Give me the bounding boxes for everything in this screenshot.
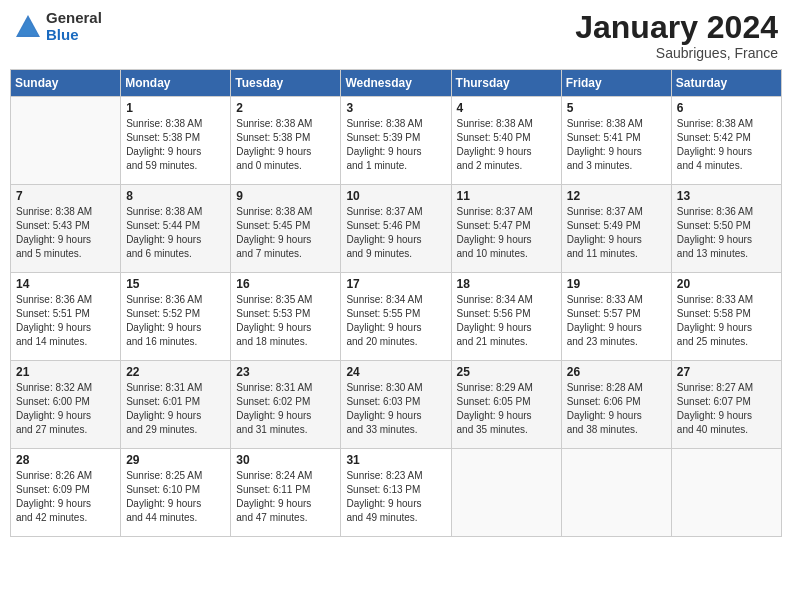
day-header-saturday: Saturday xyxy=(671,70,781,97)
calendar-cell: 5Sunrise: 8:38 AM Sunset: 5:41 PM Daylig… xyxy=(561,97,671,185)
calendar-cell: 6Sunrise: 8:38 AM Sunset: 5:42 PM Daylig… xyxy=(671,97,781,185)
calendar-cell: 25Sunrise: 8:29 AM Sunset: 6:05 PM Dayli… xyxy=(451,361,561,449)
week-row-5: 28Sunrise: 8:26 AM Sunset: 6:09 PM Dayli… xyxy=(11,449,782,537)
day-info: Sunrise: 8:23 AM Sunset: 6:13 PM Dayligh… xyxy=(346,469,445,525)
day-number: 22 xyxy=(126,365,225,379)
calendar-cell: 17Sunrise: 8:34 AM Sunset: 5:55 PM Dayli… xyxy=(341,273,451,361)
day-headers-row: SundayMondayTuesdayWednesdayThursdayFrid… xyxy=(11,70,782,97)
day-info: Sunrise: 8:37 AM Sunset: 5:46 PM Dayligh… xyxy=(346,205,445,261)
logo-icon xyxy=(14,13,42,41)
calendar-cell: 12Sunrise: 8:37 AM Sunset: 5:49 PM Dayli… xyxy=(561,185,671,273)
day-info: Sunrise: 8:30 AM Sunset: 6:03 PM Dayligh… xyxy=(346,381,445,437)
day-number: 25 xyxy=(457,365,556,379)
week-row-3: 14Sunrise: 8:36 AM Sunset: 5:51 PM Dayli… xyxy=(11,273,782,361)
calendar-cell: 9Sunrise: 8:38 AM Sunset: 5:45 PM Daylig… xyxy=(231,185,341,273)
day-info: Sunrise: 8:28 AM Sunset: 6:06 PM Dayligh… xyxy=(567,381,666,437)
calendar-cell: 8Sunrise: 8:38 AM Sunset: 5:44 PM Daylig… xyxy=(121,185,231,273)
day-info: Sunrise: 8:24 AM Sunset: 6:11 PM Dayligh… xyxy=(236,469,335,525)
day-info: Sunrise: 8:38 AM Sunset: 5:45 PM Dayligh… xyxy=(236,205,335,261)
day-info: Sunrise: 8:38 AM Sunset: 5:44 PM Dayligh… xyxy=(126,205,225,261)
week-row-2: 7Sunrise: 8:38 AM Sunset: 5:43 PM Daylig… xyxy=(11,185,782,273)
calendar-cell: 28Sunrise: 8:26 AM Sunset: 6:09 PM Dayli… xyxy=(11,449,121,537)
day-number: 13 xyxy=(677,189,776,203)
day-info: Sunrise: 8:32 AM Sunset: 6:00 PM Dayligh… xyxy=(16,381,115,437)
day-info: Sunrise: 8:38 AM Sunset: 5:42 PM Dayligh… xyxy=(677,117,776,173)
day-number: 7 xyxy=(16,189,115,203)
calendar-cell: 20Sunrise: 8:33 AM Sunset: 5:58 PM Dayli… xyxy=(671,273,781,361)
calendar-cell: 16Sunrise: 8:35 AM Sunset: 5:53 PM Dayli… xyxy=(231,273,341,361)
day-header-tuesday: Tuesday xyxy=(231,70,341,97)
day-number: 6 xyxy=(677,101,776,115)
day-info: Sunrise: 8:38 AM Sunset: 5:39 PM Dayligh… xyxy=(346,117,445,173)
title-area: January 2024 Saubrigues, France xyxy=(575,10,778,61)
day-info: Sunrise: 8:38 AM Sunset: 5:38 PM Dayligh… xyxy=(126,117,225,173)
day-number: 29 xyxy=(126,453,225,467)
calendar-cell: 1Sunrise: 8:38 AM Sunset: 5:38 PM Daylig… xyxy=(121,97,231,185)
day-number: 2 xyxy=(236,101,335,115)
day-number: 23 xyxy=(236,365,335,379)
day-info: Sunrise: 8:33 AM Sunset: 5:57 PM Dayligh… xyxy=(567,293,666,349)
day-info: Sunrise: 8:25 AM Sunset: 6:10 PM Dayligh… xyxy=(126,469,225,525)
day-info: Sunrise: 8:36 AM Sunset: 5:51 PM Dayligh… xyxy=(16,293,115,349)
calendar-cell: 13Sunrise: 8:36 AM Sunset: 5:50 PM Dayli… xyxy=(671,185,781,273)
calendar-cell: 27Sunrise: 8:27 AM Sunset: 6:07 PM Dayli… xyxy=(671,361,781,449)
calendar-cell: 7Sunrise: 8:38 AM Sunset: 5:43 PM Daylig… xyxy=(11,185,121,273)
day-info: Sunrise: 8:36 AM Sunset: 5:52 PM Dayligh… xyxy=(126,293,225,349)
day-number: 15 xyxy=(126,277,225,291)
day-info: Sunrise: 8:31 AM Sunset: 6:01 PM Dayligh… xyxy=(126,381,225,437)
calendar-cell: 21Sunrise: 8:32 AM Sunset: 6:00 PM Dayli… xyxy=(11,361,121,449)
day-info: Sunrise: 8:29 AM Sunset: 6:05 PM Dayligh… xyxy=(457,381,556,437)
calendar-cell: 31Sunrise: 8:23 AM Sunset: 6:13 PM Dayli… xyxy=(341,449,451,537)
day-number: 4 xyxy=(457,101,556,115)
calendar-cell: 2Sunrise: 8:38 AM Sunset: 5:38 PM Daylig… xyxy=(231,97,341,185)
day-header-monday: Monday xyxy=(121,70,231,97)
day-number: 5 xyxy=(567,101,666,115)
day-number: 19 xyxy=(567,277,666,291)
day-header-friday: Friday xyxy=(561,70,671,97)
day-info: Sunrise: 8:33 AM Sunset: 5:58 PM Dayligh… xyxy=(677,293,776,349)
day-number: 10 xyxy=(346,189,445,203)
day-info: Sunrise: 8:34 AM Sunset: 5:55 PM Dayligh… xyxy=(346,293,445,349)
calendar-table: SundayMondayTuesdayWednesdayThursdayFrid… xyxy=(10,69,782,537)
logo: General Blue xyxy=(14,10,102,43)
calendar-cell: 15Sunrise: 8:36 AM Sunset: 5:52 PM Dayli… xyxy=(121,273,231,361)
day-info: Sunrise: 8:38 AM Sunset: 5:40 PM Dayligh… xyxy=(457,117,556,173)
day-info: Sunrise: 8:37 AM Sunset: 5:49 PM Dayligh… xyxy=(567,205,666,261)
week-row-1: 1Sunrise: 8:38 AM Sunset: 5:38 PM Daylig… xyxy=(11,97,782,185)
logo-blue-text: Blue xyxy=(46,27,102,44)
day-number: 1 xyxy=(126,101,225,115)
logo-text: General Blue xyxy=(46,10,102,43)
svg-marker-1 xyxy=(18,19,38,35)
day-number: 28 xyxy=(16,453,115,467)
day-info: Sunrise: 8:35 AM Sunset: 5:53 PM Dayligh… xyxy=(236,293,335,349)
day-number: 27 xyxy=(677,365,776,379)
calendar-cell xyxy=(451,449,561,537)
logo-general-text: General xyxy=(46,10,102,27)
day-header-thursday: Thursday xyxy=(451,70,561,97)
week-row-4: 21Sunrise: 8:32 AM Sunset: 6:00 PM Dayli… xyxy=(11,361,782,449)
day-number: 12 xyxy=(567,189,666,203)
day-number: 18 xyxy=(457,277,556,291)
day-number: 3 xyxy=(346,101,445,115)
location-title: Saubrigues, France xyxy=(575,45,778,61)
calendar-cell: 10Sunrise: 8:37 AM Sunset: 5:46 PM Dayli… xyxy=(341,185,451,273)
day-number: 30 xyxy=(236,453,335,467)
day-info: Sunrise: 8:38 AM Sunset: 5:41 PM Dayligh… xyxy=(567,117,666,173)
month-title: January 2024 xyxy=(575,10,778,45)
calendar-cell: 4Sunrise: 8:38 AM Sunset: 5:40 PM Daylig… xyxy=(451,97,561,185)
day-number: 16 xyxy=(236,277,335,291)
day-info: Sunrise: 8:38 AM Sunset: 5:43 PM Dayligh… xyxy=(16,205,115,261)
day-number: 20 xyxy=(677,277,776,291)
calendar-cell: 19Sunrise: 8:33 AM Sunset: 5:57 PM Dayli… xyxy=(561,273,671,361)
calendar-cell: 14Sunrise: 8:36 AM Sunset: 5:51 PM Dayli… xyxy=(11,273,121,361)
day-info: Sunrise: 8:36 AM Sunset: 5:50 PM Dayligh… xyxy=(677,205,776,261)
calendar-cell xyxy=(671,449,781,537)
calendar-cell: 30Sunrise: 8:24 AM Sunset: 6:11 PM Dayli… xyxy=(231,449,341,537)
calendar-cell: 29Sunrise: 8:25 AM Sunset: 6:10 PM Dayli… xyxy=(121,449,231,537)
day-number: 9 xyxy=(236,189,335,203)
calendar-cell xyxy=(561,449,671,537)
day-info: Sunrise: 8:38 AM Sunset: 5:38 PM Dayligh… xyxy=(236,117,335,173)
calendar-cell xyxy=(11,97,121,185)
day-number: 11 xyxy=(457,189,556,203)
day-info: Sunrise: 8:27 AM Sunset: 6:07 PM Dayligh… xyxy=(677,381,776,437)
